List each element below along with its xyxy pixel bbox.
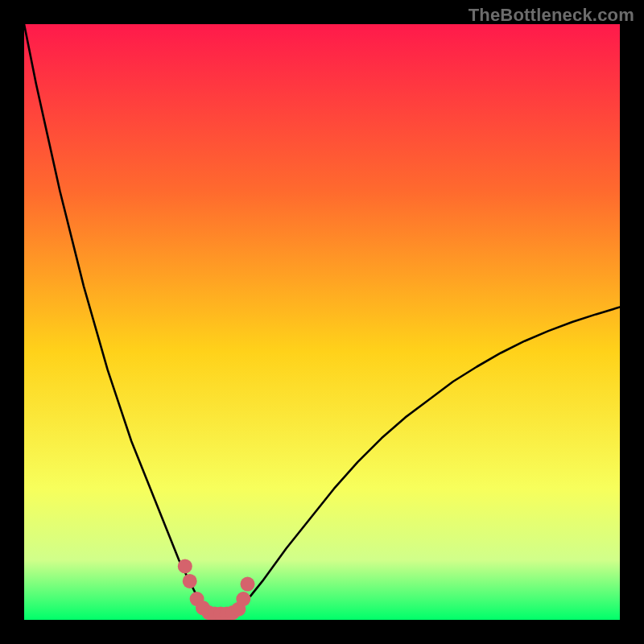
chart-svg — [24, 24, 620, 620]
watermark-text: TheBottleneck.com — [469, 5, 634, 26]
highlight-dot — [178, 559, 192, 573]
gradient-bg — [24, 24, 620, 620]
highlight-dot — [241, 577, 255, 592]
outer-frame: TheBottleneck.com — [0, 0, 644, 644]
highlight-dot — [236, 592, 250, 606]
chart-area — [24, 24, 620, 620]
highlight-dot — [183, 574, 197, 588]
